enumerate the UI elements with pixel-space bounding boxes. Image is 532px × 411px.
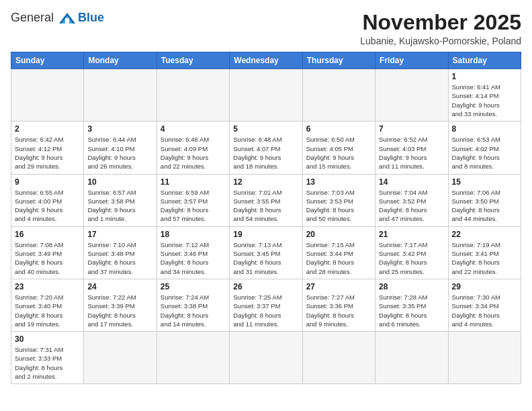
day-info: Sunrise: 6:48 AMSunset: 4:07 PMDaylight:… xyxy=(233,135,298,171)
table-row xyxy=(375,332,448,384)
table-row: 30Sunrise: 7:31 AMSunset: 3:33 PMDayligh… xyxy=(11,332,84,384)
day-number: 22 xyxy=(452,230,517,239)
day-info: Sunrise: 7:24 AMSunset: 3:38 PMDaylight:… xyxy=(161,293,226,328)
table-row: 28Sunrise: 7:28 AMSunset: 3:35 PMDayligh… xyxy=(375,279,448,331)
table-row xyxy=(230,332,302,384)
table-row: 11Sunrise: 6:59 AMSunset: 3:57 PMDayligh… xyxy=(157,174,229,226)
calendar-row: 9Sunrise: 6:55 AMSunset: 4:00 PMDaylight… xyxy=(11,174,521,226)
day-info: Sunrise: 7:13 AMSunset: 3:45 PMDaylight:… xyxy=(233,240,298,276)
day-number: 23 xyxy=(15,282,80,291)
day-info: Sunrise: 6:57 AMSunset: 3:58 PMDaylight:… xyxy=(87,188,152,224)
day-number: 17 xyxy=(87,230,152,239)
day-number: 19 xyxy=(233,230,298,239)
day-info: Sunrise: 6:59 AMSunset: 3:57 PMDaylight:… xyxy=(161,188,226,224)
svg-rect-2 xyxy=(65,18,69,24)
day-number: 10 xyxy=(87,177,152,187)
table-row xyxy=(157,332,229,384)
calendar-row: 1Sunrise: 6:41 AMSunset: 4:14 PMDaylight… xyxy=(11,69,521,122)
day-number: 7 xyxy=(379,124,444,134)
day-info: Sunrise: 7:04 AMSunset: 3:52 PMDaylight:… xyxy=(379,188,444,224)
day-info: Sunrise: 7:06 AMSunset: 3:50 PMDaylight:… xyxy=(452,188,517,224)
day-number: 1 xyxy=(452,72,517,81)
table-row: 5Sunrise: 6:48 AMSunset: 4:07 PMDaylight… xyxy=(230,122,302,174)
day-info: Sunrise: 6:42 AMSunset: 4:12 PMDaylight:… xyxy=(15,135,80,171)
day-number: 13 xyxy=(306,177,371,187)
day-number: 4 xyxy=(161,124,226,134)
table-row: 27Sunrise: 7:27 AMSunset: 3:36 PMDayligh… xyxy=(302,279,375,331)
calendar-title: November 2025 xyxy=(360,11,521,34)
header-saturday: Saturday xyxy=(448,52,521,69)
day-info: Sunrise: 7:30 AMSunset: 3:34 PMDaylight:… xyxy=(452,293,517,328)
table-row: 23Sunrise: 7:20 AMSunset: 3:40 PMDayligh… xyxy=(11,279,84,331)
day-number: 30 xyxy=(15,334,80,344)
table-row: 29Sunrise: 7:30 AMSunset: 3:34 PMDayligh… xyxy=(448,279,521,331)
table-row: 14Sunrise: 7:04 AMSunset: 3:52 PMDayligh… xyxy=(375,174,448,226)
day-info: Sunrise: 7:03 AMSunset: 3:53 PMDaylight:… xyxy=(306,188,371,224)
calendar-row: 2Sunrise: 6:42 AMSunset: 4:12 PMDaylight… xyxy=(11,122,521,174)
table-row: 21Sunrise: 7:17 AMSunset: 3:42 PMDayligh… xyxy=(375,226,448,279)
day-number: 12 xyxy=(233,177,298,187)
logo-icon xyxy=(58,11,77,25)
title-area: November 2025 Lubanie, Kujawsko-Pomorski… xyxy=(360,11,521,46)
calendar-row: 23Sunrise: 7:20 AMSunset: 3:40 PMDayligh… xyxy=(11,279,521,331)
day-number: 20 xyxy=(306,230,371,239)
day-number: 14 xyxy=(379,177,444,187)
table-row xyxy=(157,69,229,122)
day-number: 3 xyxy=(87,124,152,134)
table-row: 3Sunrise: 6:44 AMSunset: 4:10 PMDaylight… xyxy=(84,122,157,174)
day-info: Sunrise: 7:22 AMSunset: 3:39 PMDaylight:… xyxy=(87,293,152,328)
day-info: Sunrise: 7:19 AMSunset: 3:41 PMDaylight:… xyxy=(452,240,517,276)
header-tuesday: Tuesday xyxy=(157,52,229,69)
day-number: 25 xyxy=(161,282,226,291)
table-row: 10Sunrise: 6:57 AMSunset: 3:58 PMDayligh… xyxy=(84,174,157,226)
table-row: 16Sunrise: 7:08 AMSunset: 3:49 PMDayligh… xyxy=(11,226,84,279)
day-number: 26 xyxy=(233,282,298,291)
header-wednesday: Wednesday xyxy=(230,52,302,69)
table-row xyxy=(302,69,375,122)
day-info: Sunrise: 6:44 AMSunset: 4:10 PMDaylight:… xyxy=(87,135,152,171)
day-info: Sunrise: 7:12 AMSunset: 3:46 PMDaylight:… xyxy=(161,240,226,276)
calendar-row: 30Sunrise: 7:31 AMSunset: 3:33 PMDayligh… xyxy=(11,332,521,384)
table-row: 4Sunrise: 6:46 AMSunset: 4:09 PMDaylight… xyxy=(157,122,229,174)
day-info: Sunrise: 7:17 AMSunset: 3:42 PMDaylight:… xyxy=(379,240,444,276)
table-row xyxy=(84,69,157,122)
logo-blue-text: Blue xyxy=(78,11,104,25)
header-thursday: Thursday xyxy=(302,52,375,69)
page-header: General Blue November 2025 Lubanie, Kuja… xyxy=(11,11,521,46)
day-info: Sunrise: 6:46 AMSunset: 4:09 PMDaylight:… xyxy=(161,135,226,171)
table-row: 1Sunrise: 6:41 AMSunset: 4:14 PMDaylight… xyxy=(448,69,521,122)
table-row xyxy=(230,69,302,122)
table-row: 18Sunrise: 7:12 AMSunset: 3:46 PMDayligh… xyxy=(157,226,229,279)
day-number: 9 xyxy=(15,177,80,187)
table-row: 25Sunrise: 7:24 AMSunset: 3:38 PMDayligh… xyxy=(157,279,229,331)
day-number: 16 xyxy=(15,230,80,239)
day-info: Sunrise: 7:20 AMSunset: 3:40 PMDaylight:… xyxy=(15,293,80,328)
table-row xyxy=(448,332,521,384)
day-info: Sunrise: 6:53 AMSunset: 4:02 PMDaylight:… xyxy=(452,135,517,171)
day-info: Sunrise: 6:52 AMSunset: 4:03 PMDaylight:… xyxy=(379,135,444,171)
day-number: 2 xyxy=(15,124,80,134)
table-row xyxy=(302,332,375,384)
day-info: Sunrise: 7:08 AMSunset: 3:49 PMDaylight:… xyxy=(15,240,80,276)
header-sunday: Sunday xyxy=(11,52,84,69)
day-info: Sunrise: 7:28 AMSunset: 3:35 PMDaylight:… xyxy=(379,293,444,328)
day-number: 15 xyxy=(452,177,517,187)
day-number: 21 xyxy=(379,230,444,239)
logo-general-text: General xyxy=(11,11,54,25)
table-row: 20Sunrise: 7:15 AMSunset: 3:44 PMDayligh… xyxy=(302,226,375,279)
day-number: 6 xyxy=(306,124,371,134)
table-row: 12Sunrise: 7:01 AMSunset: 3:55 PMDayligh… xyxy=(230,174,302,226)
day-number: 27 xyxy=(306,282,371,291)
table-row xyxy=(84,332,157,384)
day-number: 28 xyxy=(379,282,444,291)
day-info: Sunrise: 7:15 AMSunset: 3:44 PMDaylight:… xyxy=(306,240,371,276)
weekday-header-row: Sunday Monday Tuesday Wednesday Thursday… xyxy=(11,52,521,69)
calendar-subtitle: Lubanie, Kujawsko-Pomorskie, Poland xyxy=(360,36,521,46)
table-row: 9Sunrise: 6:55 AMSunset: 4:00 PMDaylight… xyxy=(11,174,84,226)
table-row: 2Sunrise: 6:42 AMSunset: 4:12 PMDaylight… xyxy=(11,122,84,174)
day-info: Sunrise: 6:55 AMSunset: 4:00 PMDaylight:… xyxy=(15,188,80,224)
table-row: 17Sunrise: 7:10 AMSunset: 3:48 PMDayligh… xyxy=(84,226,157,279)
day-number: 24 xyxy=(87,282,152,291)
day-number: 8 xyxy=(452,124,517,134)
day-info: Sunrise: 7:10 AMSunset: 3:48 PMDaylight:… xyxy=(87,240,152,276)
